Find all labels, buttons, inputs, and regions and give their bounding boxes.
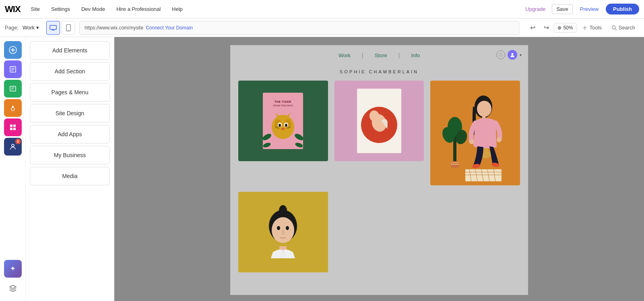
toolbar-right: ↩ ↪ ⊕50% Tools Search — [526, 22, 639, 34]
svg-point-33 — [279, 124, 281, 127]
site-preview: Work | Store | Info ⓘ ▾ SOPHIE CHAMBERLA… — [230, 45, 528, 295]
svg-rect-20 — [13, 128, 16, 130]
portfolio-item-head[interactable] — [238, 192, 328, 272]
mobile-view-button[interactable] — [62, 21, 75, 35]
url-text: https://www.wix.com/mysite — [85, 25, 143, 31]
tiger-artwork: THE TIGER FROM TINCANTH — [259, 89, 307, 153]
artist-name: SOPHIE CHAMBERLAIN — [238, 69, 520, 74]
site-design-button[interactable]: Site Design — [30, 104, 110, 122]
site-content: SOPHIE CHAMBERLAIN THE TIGER FROM TINCAN… — [230, 65, 528, 280]
left-panel: Add Elements Add Section Pages & Menu Si… — [26, 37, 114, 301]
portfolio-item-woman[interactable] — [430, 81, 520, 185]
business-icon-btn[interactable]: 2 — [4, 138, 22, 156]
ai-icon-btn[interactable] — [4, 260, 22, 278]
tools-button[interactable]: Tools — [578, 23, 605, 32]
layers-icon-btn[interactable] — [4, 279, 22, 297]
blog-icon-btn[interactable] — [4, 80, 22, 98]
my-business-button[interactable]: My Business — [30, 146, 110, 164]
svg-text:FROM TINCANTH: FROM TINCANTH — [273, 104, 293, 107]
svg-point-16 — [11, 108, 14, 111]
site-nav-right: ⓘ ▾ — [496, 50, 522, 60]
svg-rect-13 — [10, 86, 16, 91]
add-section-button[interactable]: Add Section — [30, 62, 110, 81]
svg-point-73 — [286, 226, 289, 230]
url-bar: https://www.wix.com/mysite Connect Your … — [79, 21, 519, 35]
connect-domain-link[interactable]: Connect Your Domain — [146, 25, 193, 31]
undo-button[interactable]: ↩ — [526, 22, 539, 34]
head-artwork — [253, 194, 313, 270]
bird-artwork — [351, 85, 407, 157]
media-button[interactable]: Media — [30, 167, 110, 185]
svg-rect-19 — [10, 128, 12, 130]
apps-icon-btn[interactable] — [4, 118, 22, 136]
svg-point-58 — [469, 139, 474, 144]
svg-point-22 — [512, 53, 514, 55]
svg-rect-70 — [281, 209, 285, 212]
page-label: Page: — [5, 25, 19, 31]
add-apps-button[interactable]: Add Apps — [30, 125, 110, 143]
add-elements-icon-btn[interactable] — [4, 41, 22, 59]
info-icon[interactable]: ⓘ — [496, 50, 505, 59]
svg-point-4 — [612, 26, 615, 29]
site-nav-work[interactable]: Work — [327, 52, 362, 58]
svg-point-59 — [497, 137, 502, 142]
redo-button[interactable]: ↪ — [540, 22, 552, 34]
portfolio-item-tiger[interactable]: THE TIGER FROM TINCANTH — [238, 81, 328, 161]
search-button[interactable]: Search — [607, 23, 639, 32]
portfolio-item-bird[interactable] — [334, 81, 424, 161]
svg-rect-18 — [13, 125, 16, 127]
site-nav-info[interactable]: Info — [400, 52, 431, 58]
svg-text:THE TIGER: THE TIGER — [275, 100, 291, 103]
site-navigation: Work | Store | Info ⓘ ▾ — [230, 45, 528, 65]
svg-rect-0 — [50, 25, 56, 29]
pages-menu-button[interactable]: Pages & Menu — [30, 83, 110, 102]
pages-icon-btn[interactable] — [4, 60, 22, 78]
nav-help[interactable]: Help — [168, 4, 187, 14]
upgrade-button[interactable]: Upgrade — [522, 4, 549, 14]
zoom-control[interactable]: ⊕50% — [554, 23, 576, 33]
svg-point-3 — [68, 30, 69, 31]
save-button[interactable]: Save — [552, 4, 573, 14]
svg-point-21 — [12, 144, 14, 147]
second-toolbar: Page: Work ▾ https://www.wix.com/mysite … — [0, 19, 644, 37]
notification-badge: 2 — [15, 139, 21, 144]
woman-artwork — [441, 83, 510, 183]
svg-line-5 — [615, 29, 617, 30]
avatar-dropdown-icon[interactable]: ▾ — [520, 53, 522, 57]
nav-site[interactable]: Site — [27, 4, 44, 14]
site-nav-store[interactable]: Store — [363, 52, 398, 58]
main-layout: 2 Add Elements Add Section Pages & Menu … — [0, 37, 644, 301]
preview-button[interactable]: Preview — [576, 4, 603, 14]
user-avatar[interactable] — [508, 50, 517, 60]
device-toggles — [46, 21, 75, 35]
svg-point-72 — [277, 226, 280, 230]
page-selector[interactable]: Work ▾ — [23, 25, 39, 31]
svg-point-34 — [285, 124, 287, 127]
wix-logo: WIX — [5, 4, 21, 15]
svg-point-35 — [281, 128, 285, 130]
top-navigation: WIX Site Settings Dev Mode Hire a Profes… — [0, 0, 644, 19]
left-icon-sidebar: 2 — [0, 37, 26, 301]
nav-settings[interactable]: Settings — [47, 4, 74, 14]
svg-point-56 — [477, 101, 491, 117]
nav-dev-mode[interactable]: Dev Mode — [77, 4, 109, 14]
design-icon-btn[interactable] — [4, 99, 22, 117]
publish-button[interactable]: Publish — [606, 4, 639, 15]
portfolio-grid: THE TIGER FROM TINCANTH — [238, 81, 520, 272]
add-elements-button[interactable]: Add Elements — [30, 41, 110, 60]
svg-rect-17 — [10, 125, 12, 127]
canvas-area: Work | Store | Info ⓘ ▾ SOPHIE CHAMBERLA… — [114, 37, 644, 301]
desktop-view-button[interactable] — [46, 21, 60, 35]
svg-rect-64 — [465, 169, 502, 181]
nav-hire-professional[interactable]: Hire a Professional — [112, 4, 165, 14]
